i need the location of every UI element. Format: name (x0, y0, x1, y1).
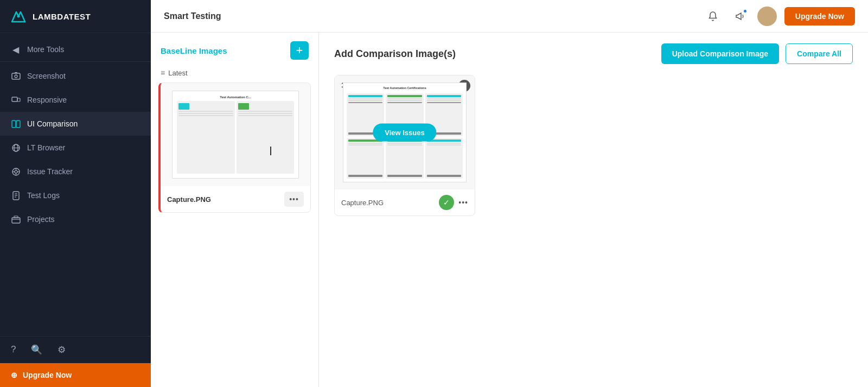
thumb-logo-1 (178, 103, 189, 110)
upload-comparison-btn[interactable]: Upload Comparison Image (661, 43, 779, 64)
comparison-header: Add Comparison Image(s) Upload Compariso… (334, 43, 853, 64)
thumb-card-2 (237, 101, 295, 174)
comp-cell-line (348, 98, 382, 99)
comp-cell-header-1 (348, 95, 382, 97)
comp-cell-line (427, 144, 461, 145)
comp-cell-btn (348, 175, 382, 177)
megaphone-btn[interactable] (730, 7, 750, 26)
sidebar-upgrade-bar[interactable]: ⊕ Upgrade Now (0, 363, 151, 387)
sidebar-label-screenshot: Screenshot (27, 72, 66, 80)
sidebar-item-ui-comparison[interactable]: UI Comparison (0, 112, 151, 136)
thumb-cursor (270, 147, 271, 155)
comp-cell-line (427, 143, 461, 144)
thumb-line (238, 113, 293, 114)
topbar-upgrade-btn[interactable]: Upgrade Now (784, 7, 855, 26)
comp-more-btn[interactable]: ••• (458, 198, 468, 207)
filter-icon: ≡ (161, 68, 165, 77)
comp-cell-btn (387, 175, 422, 177)
logo-area: LAMBDATEST (0, 0, 151, 33)
comp-cell-line (427, 102, 461, 103)
sidebar-label-test-logs: Test Logs (27, 191, 60, 200)
sidebar-label-responsive: Responsive (27, 96, 67, 104)
search-icon[interactable]: 🔍 (31, 344, 42, 356)
baseline-panel: BaseLine Images + ≡ Latest Test Automati… (151, 33, 319, 387)
comp-cell-line (387, 144, 422, 145)
upgrade-circle-icon: ⊕ (11, 371, 17, 379)
comp-inner-title: Test Automation Certifications (347, 86, 462, 90)
sidebar-item-screenshot[interactable]: Screenshot (0, 64, 151, 88)
svg-rect-8 (12, 120, 16, 128)
settings-icon[interactable]: ⚙ (58, 344, 66, 356)
thumb-card-1 (177, 101, 235, 174)
sidebar-label-ui-comparison: UI Comparison (27, 119, 78, 128)
comp-cell-line (427, 98, 461, 99)
sidebar-label-issue-tracker: Issue Tracker (27, 167, 73, 176)
test-logs-icon (11, 191, 21, 200)
svg-point-25 (765, 12, 769, 17)
sidebar-item-issue-tracker[interactable]: Issue Tracker (0, 160, 151, 183)
help-icon[interactable]: ? (11, 344, 16, 356)
add-baseline-btn[interactable]: + (290, 41, 309, 60)
success-badge: ✓ (439, 195, 454, 210)
sidebar-item-test-logs[interactable]: Test Logs (0, 183, 151, 207)
content-area: BaseLine Images + ≡ Latest Test Automati… (151, 33, 868, 387)
baseline-item[interactable]: Test Automation C... (158, 83, 311, 213)
comparison-actions: Upload Comparison Image Compare All (661, 43, 853, 64)
notification-bell-btn[interactable] (703, 7, 723, 26)
filter-row: ≡ Latest (151, 66, 318, 83)
baseline-item-footer: Capture.PNG ••• (161, 186, 310, 212)
more-tools-icon: ◀ (11, 45, 21, 54)
view-issues-btn[interactable]: View Issues (373, 124, 436, 142)
sidebar-nav: ◀ More Tools Screenshot Responsive UI Co… (0, 33, 151, 336)
comp-card-name: Capture.PNG (341, 199, 384, 207)
baseline-thumbnail: Test Automation C... (161, 83, 310, 186)
sidebar-item-projects[interactable]: Projects (0, 207, 151, 231)
comp-cell-lines-1 (348, 98, 382, 103)
comp-card-footer: Capture.PNG ✓ ••• (335, 189, 475, 215)
issue-tracker-icon (11, 167, 21, 176)
comp-cell-6 (425, 138, 463, 179)
compare-all-btn[interactable]: Compare All (786, 43, 853, 64)
sidebar-item-responsive[interactable]: Responsive (0, 88, 151, 112)
svg-rect-6 (12, 97, 17, 101)
comp-cell-btn (427, 175, 461, 177)
baseline-item-name: Capture.PNG (167, 195, 211, 204)
comp-cell-lines-5 (387, 143, 422, 146)
thumb-logo-2 (238, 103, 249, 110)
comp-cell-line (348, 100, 382, 101)
filter-label: Latest (168, 69, 187, 77)
thumb-line (178, 111, 233, 112)
svg-point-26 (763, 18, 771, 22)
notification-dot (743, 9, 748, 14)
comp-cell-5 (386, 138, 423, 179)
sidebar: LAMBDATEST ◀ More Tools Screenshot Respo… (0, 0, 151, 387)
svg-point-4 (15, 75, 17, 78)
sidebar-item-more-tools[interactable]: ◀ More Tools (0, 37, 151, 62)
comparison-card: 1 ✕ Test Automation Certifications (334, 75, 475, 216)
comp-card-actions: ✓ ••• (439, 195, 468, 210)
comp-cell-lines-2 (387, 98, 422, 103)
user-avatar[interactable] (757, 7, 777, 26)
comp-cell-header-2 (387, 95, 422, 97)
baseline-list: Test Automation C... (151, 83, 318, 387)
screenshot-icon (11, 71, 21, 81)
comp-cell-line (387, 143, 422, 144)
sidebar-item-lt-browser[interactable]: LT Browser (0, 136, 151, 160)
svg-point-14 (15, 170, 17, 173)
sidebar-bottom: ? 🔍 ⚙ (0, 336, 151, 363)
thumb-lines-2 (238, 111, 293, 172)
baseline-title: BaseLine Images (161, 46, 227, 55)
comp-cell-line (387, 102, 422, 103)
comp-cell-header-3 (427, 95, 461, 97)
thumb-line (178, 113, 233, 114)
ui-comparison-icon (11, 119, 21, 129)
lt-browser-icon (11, 143, 21, 153)
thumb-line (238, 115, 293, 116)
svg-rect-7 (17, 98, 20, 101)
comp-cell-line (348, 102, 382, 103)
page-title: Smart Testing (164, 11, 221, 21)
baseline-more-btn[interactable]: ••• (284, 192, 304, 207)
sidebar-label-more-tools: More Tools (27, 45, 64, 54)
svg-point-2 (17, 15, 20, 18)
comparison-title: Add Comparison Image(s) (334, 48, 456, 60)
